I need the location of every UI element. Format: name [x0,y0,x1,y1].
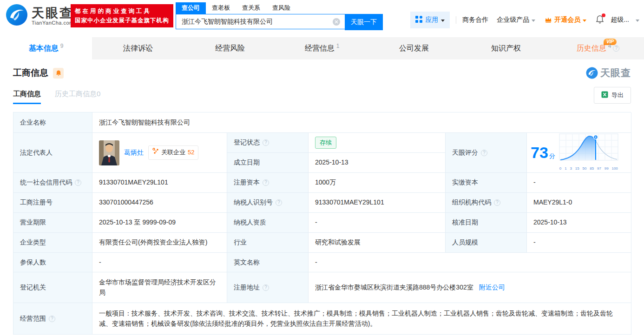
header-nav: 应用 商务合作 企业级产品 开通会员 [410,12,639,28]
help-icon[interactable]: ? [481,150,487,156]
field-label-registered-address: 注册地址? [227,272,309,303]
tab-count: 9 [60,43,64,49]
help-icon[interactable]: ? [75,179,81,186]
help-icon[interactable]: ? [263,139,269,146]
tab-intellectual-property[interactable]: 知识产权 [460,37,552,59]
legal-representative-name[interactable]: 葛炳灶 [124,148,144,158]
apps-grid-icon [415,16,422,24]
section-header: 工商信息 天眼查 [13,66,631,79]
field-label-industry: 行业 [227,233,309,253]
search-input[interactable] [176,14,345,29]
tab-history-info[interactable]: VIP 历史信息 4 ? [552,37,644,59]
nav-super-vip[interactable]: 超级... [611,16,629,24]
search-button[interactable]: 天眼一下 [345,14,383,30]
apps-button[interactable]: 应用 [410,12,450,28]
field-label-business-term: 营业期限 [13,213,92,233]
brand-domain: TianYanCha.com [32,20,74,26]
clear-search-icon[interactable] [333,18,340,26]
field-label-establish-date: 成立日期 [227,153,309,173]
field-label-legal-representative: 法定代表人 [13,133,92,173]
subtab-business-info[interactable]: 工商信息 [13,90,41,104]
field-value-taxpayer-id: 91330701MAEY29L101 [309,193,446,213]
chevron-down-icon [636,20,639,22]
legal-representative-cell: 葛炳灶 关联企业 52 [92,133,227,173]
help-icon[interactable]: ? [494,199,500,206]
field-label-credit-code: 统一社会信用代码? [13,173,92,193]
tab-legal[interactable]: 法律诉讼 [92,37,184,59]
excel-icon [601,91,608,99]
tab-company-development[interactable]: 公司发展 [368,37,460,59]
field-label-registration-authority: 登记机关 [13,272,92,303]
tab-operating-info[interactable]: 经营信息 1 [276,37,368,59]
field-label-english-name: 英文名称 [227,253,309,272]
field-value-company-name: 浙江今飞智朗智能科技有限公司 [92,112,631,133]
field-value-registration-number: 330701000447256 [92,193,227,213]
field-label-taxpayer-id: 纳税人识别号? [227,193,309,213]
search-tab-risk[interactable]: 查风险 [266,2,296,14]
search-tabs: 查公司 查老板 查关系 查风险 [176,2,383,14]
tab-basic-info[interactable]: 基本信息 9 [0,37,92,59]
search-tab-boss[interactable]: 查老板 [206,2,236,14]
nav-enterprise-products[interactable]: 企业级产品 [497,16,535,24]
business-info-table: 企业名称 浙江今飞智朗智能科技有限公司 法定代表人 葛炳灶 [13,112,631,335]
field-value-org-code: MAEY29L1-0 [527,193,631,213]
score-cell: 73分 [527,133,631,173]
field-value-paid-capital: - [527,173,631,193]
score-chart-axis: 01 315 5085 9799 100 [559,166,618,171]
subtab-row: 工商信息 历史工商信息0 导出 [13,87,631,106]
nav-business-cooperation[interactable]: 商务合作 [462,16,488,24]
tab-operating-risk[interactable]: 经营风险 [184,37,276,59]
help-icon[interactable]: ? [613,45,619,52]
section-title: 工商信息 [13,67,48,79]
field-value-registration-authority: 金华市市场监督管理局经济技术开发区分局 [92,272,227,303]
search-tab-relation[interactable]: 查关系 [236,2,266,14]
field-value-company-type: 有限责任公司(外商投资企业法人独资) [92,233,227,253]
chevron-down-icon [583,20,586,22]
field-value-registration-status: 存续 [309,133,446,153]
field-label-business-scope: 经营范围? [13,303,92,335]
help-icon[interactable]: ? [276,199,282,206]
field-value-insured-count: - [92,253,227,272]
status-badge: 存续 [315,137,336,149]
tab-count: 1 [336,43,340,49]
notification-dot [602,13,605,17]
field-label-insured-count: 参保人数 [13,253,92,272]
tab-count: 4 [608,43,611,49]
field-label-staff-size: 人员规模 [446,233,527,253]
score-value: 73分 [531,145,555,161]
tianyancha-watermark: 天眼查 [586,66,631,79]
notifications-bell-icon[interactable] [596,15,604,25]
field-value-credit-code: 91330701MAEY29L101 [92,173,227,193]
crown-icon [545,16,552,24]
chevron-down-icon [532,20,535,22]
divider [456,16,456,24]
help-icon[interactable]: ? [49,316,55,322]
search-area: 查公司 查老板 查关系 查风险 天眼一下 [176,2,383,30]
monitor-bell-icon[interactable] [53,68,64,79]
related-companies-badge[interactable]: 关联企业 52 [148,145,198,159]
field-value-approval-date: 2025-10-13 [527,213,631,233]
field-label-paid-capital: 实缴资本 [446,173,527,193]
field-label-registration-status: 登记状态? [227,133,309,153]
export-button[interactable]: 导出 [594,87,631,104]
score-distribution-chart: 01 315 5085 9799 100 [559,133,618,171]
brand-name: 天眼查 [32,6,74,20]
help-icon[interactable]: ? [263,179,269,186]
subtab-history-business-info[interactable]: 历史工商信息0 [55,90,100,104]
nav-open-vip[interactable]: 开通会员 [545,16,586,24]
network-icon [152,148,159,157]
field-label-company-type: 企业类型 [13,233,92,253]
field-value-english-name: - [309,253,631,272]
help-icon[interactable]: ? [263,284,269,291]
legal-representative-photo[interactable] [99,140,119,165]
field-value-business-scope: 一般项目：技术服务、技术开发、技术咨询、技术交流、技术转让、技术推广；模具制造；… [92,303,631,335]
field-label-registration-number: 工商注册号 [13,193,92,213]
field-value-establish-date: 2025-10-13 [309,153,446,173]
field-label-registered-capital: 注册资本? [227,173,309,193]
tianyancha-logo[interactable]: 天眼查 TianYanCha.com [6,4,74,28]
field-value-business-term: 2025-10-13 至 9999-09-09 [92,213,227,233]
field-value-registered-address: 浙江省金华市婺城区秋滨街道夹溪路888号办公楼302室 附近公司 [309,272,631,303]
search-tab-company[interactable]: 查公司 [176,2,206,14]
field-label-approval-date: 核准日期 [446,213,527,233]
nearby-companies-link[interactable]: 附近公司 [479,283,505,293]
